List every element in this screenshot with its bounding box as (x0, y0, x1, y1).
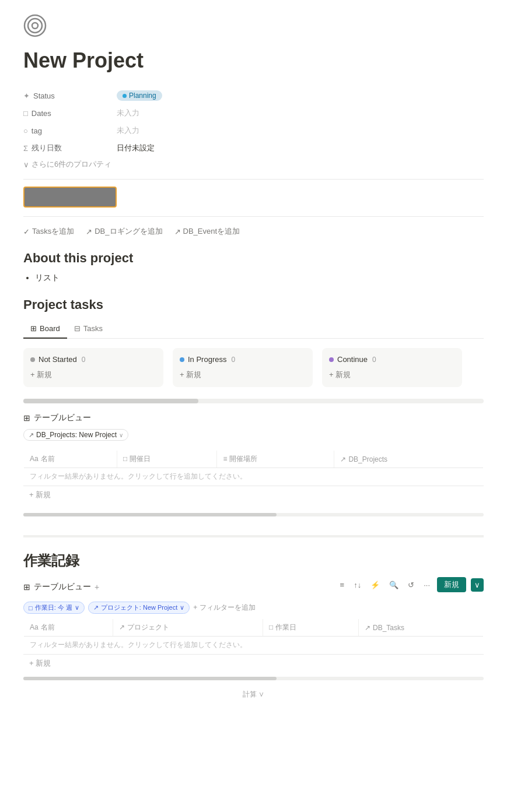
th-date-1: □開催日 (117, 451, 216, 468)
add-table-plus-icon[interactable]: + (95, 582, 99, 592)
add-new-not-started[interactable]: + 新規 (30, 370, 156, 380)
remaining-value[interactable]: 日付未設定 (117, 143, 155, 153)
status-property[interactable]: ✦ Status Planning (23, 87, 484, 104)
table-view-1-title: ⊞ テーブルビュー (23, 413, 484, 423)
logo-area (23, 14, 484, 39)
bolt-toolbar-btn[interactable]: ⚡ (368, 579, 382, 590)
arrow-up-right-icon-2: ↗ (174, 227, 181, 236)
tab-tasks[interactable]: ⊟ Tasks (67, 319, 110, 339)
sigma-icon: Σ (23, 144, 28, 153)
add-tasks-link[interactable]: ✓ Tasksを追加 (23, 226, 74, 237)
about-list-item: リスト (35, 273, 484, 283)
target-icon (23, 14, 47, 37)
add-new-continue[interactable]: + 新規 (329, 370, 455, 380)
bottom-scrollbar-thumb-2 (23, 677, 277, 680)
sakugyo-title: 作業記録 (23, 551, 484, 570)
th-name-2: Aa名前 (24, 619, 113, 637)
column-header-in-progress: In Progress 0 (180, 355, 306, 364)
arrow-up-right-icon-badge: ↗ (29, 431, 34, 439)
project-tasks-title: Project tasks (23, 297, 484, 312)
tag-icon: ○ (23, 126, 28, 135)
th-workdate-2: □作業日 (263, 619, 359, 637)
th-dbprojects-1: ↗DB_Projects (334, 451, 484, 468)
about-list: リスト (35, 273, 484, 283)
th-location-1: ≡開催場所 (217, 451, 334, 468)
add-db-logging-link[interactable]: ↗ DB_ロギングを追加 (86, 226, 162, 237)
page-title: New Project (23, 48, 484, 73)
sakugyo-toolbar: ≡ ↑↓ ⚡ 🔍 ↺ ··· 新規 ∨ (338, 577, 484, 592)
board-scrollbar-thumb (23, 399, 198, 403)
filter-toolbar-btn[interactable]: ≡ (338, 579, 347, 590)
planning-badge[interactable]: Planning (117, 90, 162, 101)
tasks-icon: ⊟ (74, 324, 81, 333)
add-new-in-progress[interactable]: + 新規 (180, 370, 306, 380)
more-properties-toggle[interactable]: ∨ さらに6件のプロパティ (23, 159, 484, 170)
add-new-row-2[interactable]: + 新規 (23, 654, 484, 672)
board-column-in-progress: In Progress 0 + 新規 (173, 348, 313, 387)
db-projects-filter-badge[interactable]: ↗ DB_Projects: New Project ∨ (23, 429, 128, 441)
clock-toolbar-btn[interactable]: ↺ (405, 579, 417, 590)
button-area (23, 187, 484, 209)
dates-label: □ Dates (23, 109, 117, 118)
remaining-label: Σ 残り日数 (23, 143, 117, 153)
more-toolbar-btn[interactable]: ··· (421, 579, 432, 590)
not-started-dot (30, 357, 35, 362)
in-progress-dot (180, 357, 184, 362)
filter-badge-date[interactable]: □ 作業日: 今 週 ∨ (23, 602, 85, 614)
add-filter-link[interactable]: + フィルターを追加 (193, 603, 255, 613)
new-chevron-btn[interactable]: ∨ (471, 578, 484, 592)
sakugyo-table-title: テーブルビュー (34, 582, 91, 592)
dates-value[interactable]: 未入力 (117, 108, 139, 118)
board-icon: ⊞ (30, 324, 37, 333)
svg-point-1 (28, 19, 42, 33)
new-primary-btn[interactable]: 新規 (437, 577, 466, 592)
tag-property[interactable]: ○ tag 未入力 (23, 122, 484, 139)
status-value[interactable]: Planning (117, 90, 162, 101)
table-header-row-1: Aa名前 □開催日 ≡開催場所 ↗DB_Projects (24, 451, 484, 468)
filter-badge-project[interactable]: ↗ プロジェクト: New Project ∨ (88, 602, 190, 614)
add-new-row-1[interactable]: + 新規 (23, 486, 484, 504)
filter-badges-row: □ 作業日: 今 週 ∨ ↗ プロジェクト: New Project ∨ + フ… (23, 602, 484, 614)
tag-value[interactable]: 未入力 (117, 125, 139, 136)
board-scrollbar-track[interactable] (23, 399, 484, 403)
table-view-1: Aa名前 □開催日 ≡開催場所 ↗DB_Projects フィルター結果がありま… (23, 450, 484, 486)
bottom-scrollbar-1[interactable] (23, 513, 484, 516)
divider-2 (23, 216, 484, 217)
status-dot (123, 94, 127, 98)
th-project-2: ↗プロジェクト (113, 619, 263, 637)
table-empty-row-1[interactable]: フィルター結果がありません。クリックして行を追加してください。 (24, 468, 484, 486)
tab-board[interactable]: ⊞ Board (23, 319, 67, 339)
dates-property[interactable]: □ Dates 未入力 (23, 104, 484, 122)
board-column-not-started: Not Started 0 + 新規 (23, 348, 163, 387)
calc-row[interactable]: 計算 ∨ (23, 685, 484, 704)
status-icon: ✦ (23, 92, 30, 100)
board-area: Not Started 0 + 新規 In Progress 0 + 新規 (23, 348, 484, 394)
calendar-icon: □ (23, 109, 28, 118)
continue-dot (329, 357, 334, 362)
remaining-days-property[interactable]: Σ 残り日数 日付未設定 (23, 139, 484, 157)
checkmark-icon: ✓ (23, 227, 30, 236)
th-name-1: Aa名前 (24, 451, 117, 468)
sakugyo-section: 作業記録 ⊞ テーブルビュー + ≡ ↑↓ ⚡ 🔍 ↺ ··· 新規 ∨ □ (23, 535, 484, 704)
divider-1 (23, 179, 484, 180)
table-icon-1: ⊞ (23, 413, 30, 423)
add-db-event-link[interactable]: ↗ DB_Eventを追加 (174, 226, 240, 237)
status-label: ✦ Status (23, 92, 117, 100)
column-header-not-started: Not Started 0 (30, 355, 156, 364)
bottom-scrollbar-2[interactable] (23, 677, 484, 680)
about-section-title: About this project (23, 251, 484, 266)
properties-section: ✦ Status Planning □ Dates 未入力 ○ tag (23, 87, 484, 170)
orange-action-button[interactable] (23, 187, 117, 208)
table-view-2: Aa名前 ↗プロジェクト □作業日 ↗DB_Tasks フィルター結果がありませ… (23, 618, 484, 654)
bottom-scrollbar-thumb-1 (23, 513, 277, 516)
table-empty-row-2[interactable]: フィルター結果がありません。クリックして行を追加してください。 (24, 637, 484, 654)
board-column-continue: Continue 0 + 新規 (322, 348, 462, 387)
column-header-continue: Continue 0 (329, 355, 455, 364)
add-links-row: ✓ Tasksを追加 ↗ DB_ロギングを追加 ↗ DB_Eventを追加 (23, 226, 484, 237)
project-tasks-section: Project tasks ⊞ Board ⊟ Tasks Not Starte… (23, 297, 484, 403)
search-toolbar-btn[interactable]: 🔍 (387, 579, 401, 590)
sort-toolbar-btn[interactable]: ↑↓ (351, 579, 363, 590)
filter-badge-project-chevron: ∨ (180, 604, 184, 611)
table-icon-2: ⊞ (23, 582, 30, 592)
svg-point-2 (32, 23, 38, 29)
